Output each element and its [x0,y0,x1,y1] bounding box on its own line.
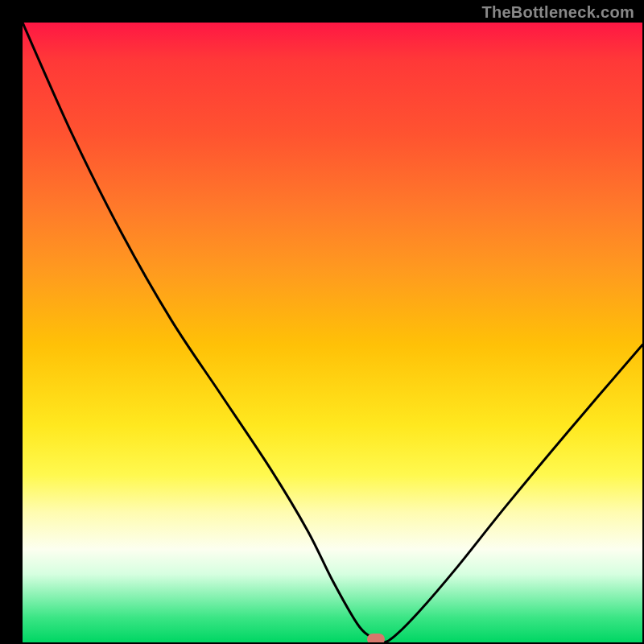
optimum-marker [367,634,385,642]
chart-container: TheBottleneck.com [0,0,644,644]
watermark-text: TheBottleneck.com [481,3,634,22]
background-gradient [23,23,642,642]
plot-area [23,23,642,642]
